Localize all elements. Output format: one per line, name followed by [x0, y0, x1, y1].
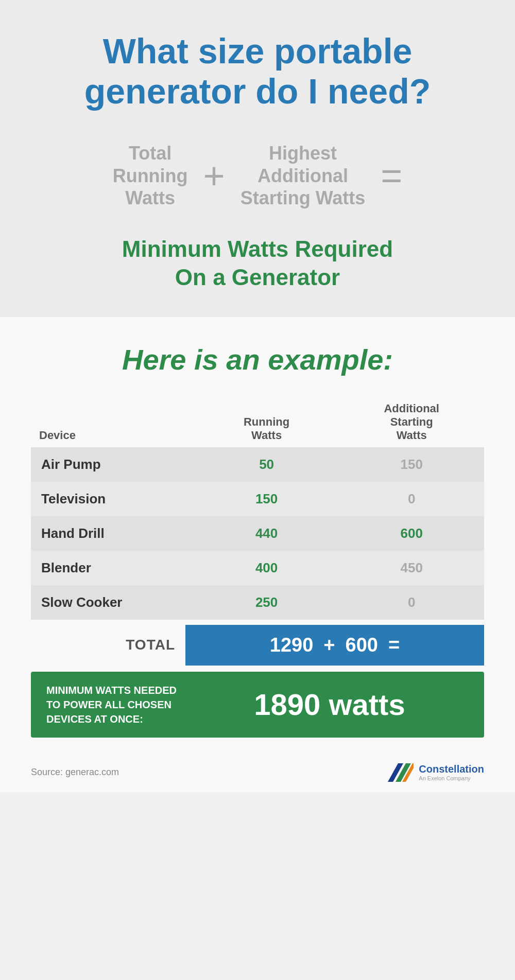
logo-flag-icon: [388, 763, 414, 782]
title-line2: generator do I need?: [84, 72, 431, 111]
result-line2: On a Generator: [175, 265, 340, 290]
total-values-cell: 1290 + 600 =: [185, 625, 484, 666]
example-title: Here is an example:: [31, 343, 484, 376]
constellation-logo: Constellation An Exelon Company: [388, 763, 484, 782]
device-cell: Slow Cooker: [31, 585, 194, 620]
total-equals: =: [388, 634, 400, 656]
min-watts-label-line3: DEVICES AT ONCE:: [46, 713, 143, 725]
top-section: What size portable generator do I need? …: [0, 0, 515, 317]
running-cell: 250: [194, 585, 339, 620]
formula-plus: +: [203, 157, 225, 194]
main-title: What size portable generator do I need?: [21, 31, 494, 111]
formula-term2: HighestAdditionalStarting Watts: [241, 142, 366, 209]
total-label: TOTAL: [31, 637, 185, 653]
col-header-running: RunningWatts: [194, 397, 339, 447]
running-cell: 50: [194, 447, 339, 482]
formula-equals: =: [381, 154, 402, 197]
running-cell: 440: [194, 516, 339, 551]
min-watts-label-line1: MINIMUM WATTS NEEDED: [46, 685, 177, 696]
col-header-starting: AdditionalStartingWatts: [339, 397, 484, 447]
total-row: TOTAL 1290 + 600 =: [31, 625, 484, 666]
total-plus: +: [323, 634, 335, 656]
running-cell: 400: [194, 551, 339, 585]
device-cell: Hand Drill: [31, 516, 194, 551]
table-row: Hand Drill440600: [31, 516, 484, 551]
starting-cell: 450: [339, 551, 484, 585]
formula-row: TotalRunningWatts + HighestAdditionalSta…: [21, 142, 494, 209]
table-row: Air Pump50150: [31, 447, 484, 482]
device-cell: Television: [31, 482, 194, 516]
starting-cell: 0: [339, 482, 484, 516]
formula-result: Minimum Watts Required On a Generator: [21, 235, 494, 291]
col-header-device: Device: [31, 397, 194, 447]
device-cell: Air Pump: [31, 447, 194, 482]
title-line1: What size portable: [103, 31, 413, 71]
table-row: Blender400450: [31, 551, 484, 585]
source-text: Source: generac.com: [31, 767, 119, 778]
result-line1: Minimum Watts Required: [122, 236, 393, 261]
running-cell: 150: [194, 482, 339, 516]
data-table: Device RunningWatts AdditionalStartingWa…: [31, 397, 484, 620]
starting-cell: 0: [339, 585, 484, 620]
min-watts-box: MINIMUM WATTS NEEDED TO POWER ALL CHOSEN…: [31, 672, 484, 738]
min-watts-value: 1890 watts: [191, 687, 469, 722]
starting-cell: 150: [339, 447, 484, 482]
device-cell: Blender: [31, 551, 194, 585]
min-watts-label: MINIMUM WATTS NEEDED TO POWER ALL CHOSEN…: [46, 683, 191, 726]
min-watts-label-line2: TO POWER ALL CHOSEN: [46, 699, 171, 710]
logo-text-block: Constellation An Exelon Company: [419, 763, 484, 781]
formula-term1: TotalRunningWatts: [113, 142, 188, 209]
table-row: Slow Cooker2500: [31, 585, 484, 620]
logo-brand: Constellation: [419, 763, 484, 775]
total-starting: 600: [346, 634, 378, 656]
bottom-section: Here is an example: Device RunningWatts …: [0, 317, 515, 753]
page-wrapper: What size portable generator do I need? …: [0, 0, 515, 792]
table-row: Television1500: [31, 482, 484, 516]
starting-cell: 600: [339, 516, 484, 551]
footer: Source: generac.com Constellation An Exe…: [0, 753, 515, 792]
total-running: 1290: [270, 634, 314, 656]
logo-sub: An Exelon Company: [419, 775, 484, 781]
